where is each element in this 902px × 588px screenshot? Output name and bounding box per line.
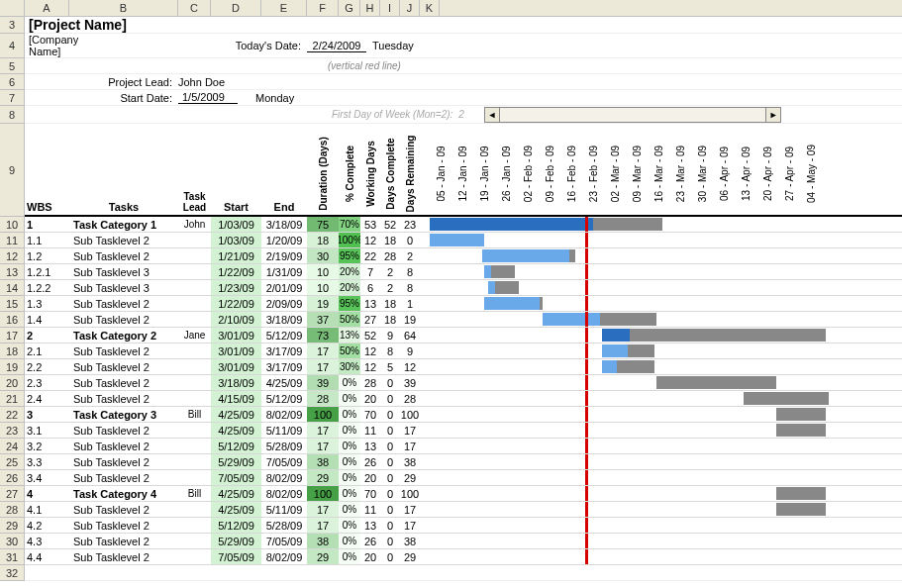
- cell-task[interactable]: Sub Tasklevel 2: [69, 549, 178, 565]
- cell-pct-complete[interactable]: 0%: [339, 423, 360, 439]
- cell-start[interactable]: 5/29/09: [211, 454, 261, 470]
- row-header[interactable]: 15: [0, 296, 25, 312]
- cell-start[interactable]: 4/25/09: [211, 407, 261, 423]
- cell-task-lead[interactable]: [178, 280, 211, 296]
- row-header[interactable]: 8: [0, 106, 25, 124]
- cell-wbs[interactable]: 4.2: [25, 518, 69, 534]
- cell-pct-complete[interactable]: 0%: [339, 470, 360, 486]
- cell-days-complete[interactable]: 0: [380, 534, 400, 549]
- cell-end[interactable]: 1/31/09: [261, 264, 307, 280]
- col-end[interactable]: End: [261, 201, 307, 215]
- cell-duration[interactable]: 19: [307, 296, 339, 312]
- cell-pct-complete[interactable]: 0%: [339, 549, 360, 565]
- cell-days-remaining[interactable]: 38: [400, 454, 420, 470]
- cell-start[interactable]: 1/03/09: [211, 233, 261, 248]
- cell-working-days[interactable]: 12: [360, 359, 380, 375]
- row-header[interactable]: 19: [0, 359, 25, 375]
- cell-pct-complete[interactable]: 95%: [339, 296, 360, 312]
- cell-duration[interactable]: 29: [307, 470, 339, 486]
- cell-start[interactable]: 4/25/09: [211, 486, 261, 502]
- row-header[interactable]: 24: [0, 439, 25, 454]
- cell-task[interactable]: Sub Tasklevel 3: [69, 280, 178, 296]
- scroll-right-button[interactable]: ►: [765, 107, 781, 123]
- cell-pct-complete[interactable]: 30%: [339, 359, 360, 375]
- row-header[interactable]: 31: [0, 549, 25, 565]
- cell-days-complete[interactable]: 0: [380, 470, 400, 486]
- cell-duration[interactable]: 100: [307, 486, 339, 502]
- cell-days-complete[interactable]: 9: [380, 328, 400, 343]
- cell-days-complete[interactable]: 2: [380, 280, 400, 296]
- row-header[interactable]: 32: [0, 565, 25, 581]
- row-header[interactable]: 27: [0, 486, 25, 502]
- cell-task-lead[interactable]: [178, 470, 211, 486]
- cell-days-complete[interactable]: 5: [380, 359, 400, 375]
- cell-end[interactable]: 3/18/09: [261, 217, 307, 233]
- cell-end[interactable]: 3/17/09: [261, 359, 307, 375]
- row-header[interactable]: 3: [0, 17, 25, 34]
- cell-start[interactable]: 1/22/09: [211, 296, 261, 312]
- cell-task[interactable]: Sub Tasklevel 2: [69, 454, 178, 470]
- cell-start[interactable]: 4/25/09: [211, 502, 261, 518]
- cell-working-days[interactable]: 7: [360, 264, 380, 280]
- cell-working-days[interactable]: 28: [360, 375, 380, 391]
- cell-task[interactable]: Sub Tasklevel 2: [69, 296, 178, 312]
- cell-pct-complete[interactable]: 0%: [339, 486, 360, 502]
- row-header[interactable]: 30: [0, 534, 25, 549]
- col-days-complete[interactable]: Days Complete: [380, 122, 400, 215]
- cell-working-days[interactable]: 20: [360, 470, 380, 486]
- cell-working-days[interactable]: 11: [360, 423, 380, 439]
- cell-working-days[interactable]: 53: [360, 217, 380, 233]
- cell-start[interactable]: 3/01/09: [211, 328, 261, 343]
- cell-end[interactable]: 5/12/09: [261, 328, 307, 343]
- col-pct-complete[interactable]: % Complete: [339, 122, 360, 215]
- cell-working-days[interactable]: 13: [360, 439, 380, 454]
- col-wbs[interactable]: WBS: [25, 201, 69, 215]
- cell-task[interactable]: Task Category 4: [69, 486, 178, 502]
- cell-days-remaining[interactable]: 8: [400, 280, 420, 296]
- cell-start[interactable]: 1/23/09: [211, 280, 261, 296]
- cell-wbs[interactable]: 1: [25, 217, 69, 233]
- row-header[interactable]: 11: [0, 233, 25, 248]
- cell-duration[interactable]: 17: [307, 439, 339, 454]
- cell-task[interactable]: Sub Tasklevel 2: [69, 343, 178, 359]
- column-header[interactable]: H: [360, 0, 380, 17]
- cell-start[interactable]: 1/22/09: [211, 264, 261, 280]
- cell-days-complete[interactable]: 0: [380, 407, 400, 423]
- cell-working-days[interactable]: 27: [360, 312, 380, 328]
- cell-task-lead[interactable]: Bill: [178, 486, 211, 502]
- col-working-days[interactable]: Working Days: [360, 122, 380, 215]
- col-days-remaining[interactable]: Days Remaining: [400, 122, 420, 215]
- col-duration[interactable]: Duration (Days): [307, 122, 339, 215]
- cell-working-days[interactable]: 70: [360, 486, 380, 502]
- cell-days-remaining[interactable]: 2: [400, 248, 420, 264]
- cell-days-remaining[interactable]: 17: [400, 502, 420, 518]
- cell-start[interactable]: 1/03/09: [211, 217, 261, 233]
- column-header[interactable]: K: [420, 0, 440, 17]
- cell-duration[interactable]: 18: [307, 233, 339, 248]
- cell-task[interactable]: Task Category 1: [69, 217, 178, 233]
- cell-task-lead[interactable]: [178, 549, 211, 565]
- cell-task[interactable]: Sub Tasklevel 2: [69, 534, 178, 549]
- cell-days-complete[interactable]: 0: [380, 391, 400, 407]
- cell-duration[interactable]: 17: [307, 359, 339, 375]
- cell-duration[interactable]: 38: [307, 454, 339, 470]
- cell-pct-complete[interactable]: 20%: [339, 280, 360, 296]
- column-header[interactable]: J: [400, 0, 420, 17]
- cell-working-days[interactable]: 12: [360, 343, 380, 359]
- row-header[interactable]: 4: [0, 34, 25, 58]
- cell-days-remaining[interactable]: 17: [400, 439, 420, 454]
- cell-days-complete[interactable]: 0: [380, 454, 400, 470]
- cell-wbs[interactable]: 3.1: [25, 423, 69, 439]
- cell-duration[interactable]: 17: [307, 502, 339, 518]
- cell-days-remaining[interactable]: 28: [400, 391, 420, 407]
- row-header[interactable]: 13: [0, 264, 25, 280]
- cell-end[interactable]: 8/02/09: [261, 486, 307, 502]
- cell-days-remaining[interactable]: 23: [400, 217, 420, 233]
- cell-wbs[interactable]: 1.4: [25, 312, 69, 328]
- cell-task-lead[interactable]: [178, 343, 211, 359]
- cell-duration[interactable]: 17: [307, 343, 339, 359]
- row-header[interactable]: 18: [0, 343, 25, 359]
- cell-days-complete[interactable]: 0: [380, 502, 400, 518]
- cell-wbs[interactable]: 3.3: [25, 454, 69, 470]
- project-name[interactable]: [Project Name]: [25, 17, 127, 33]
